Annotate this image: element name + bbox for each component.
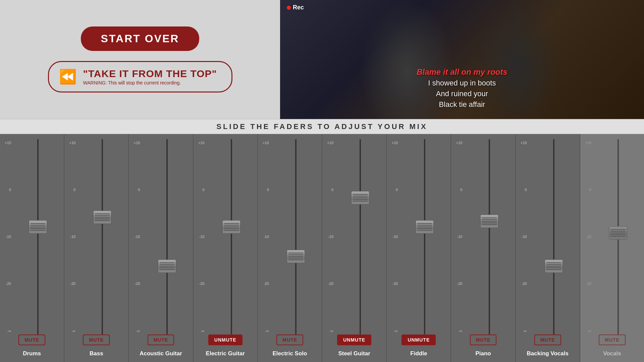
fader-line: [417, 223, 432, 224]
scale-label: -20: [328, 282, 333, 286]
fader-line: [31, 223, 46, 224]
fader-handle-7[interactable]: [480, 215, 498, 228]
take-it-warning-label: WARNING: This will stop the current reco…: [83, 80, 181, 85]
fader-line: [546, 262, 561, 263]
lyric-line-1: Blame it all on my roots: [417, 67, 507, 77]
fader-track-5: [360, 139, 361, 335]
fader-container-4: +100-10-20-∞: [260, 139, 320, 335]
scale-label: +10: [263, 141, 269, 145]
fader-container-9: +100-10-20-∞: [582, 139, 642, 335]
left-panel: START OVER ⏪ "TAKE IT FROM THE TOP" WARN…: [0, 0, 280, 119]
scale-label: -∞: [72, 329, 76, 333]
mute-button-6[interactable]: UNMUTE: [401, 335, 436, 345]
fader-track-4: [295, 139, 297, 335]
fader-scale-6: +100-10-20-∞: [388, 139, 398, 335]
fader-line: [95, 219, 110, 219]
scale-label: 0: [73, 188, 75, 192]
fader-line: [224, 230, 239, 231]
fader-line: [353, 197, 368, 198]
fader-line: [288, 259, 303, 260]
fader-handle-9[interactable]: [609, 226, 627, 240]
mute-button-9[interactable]: MUTE: [599, 335, 626, 345]
fader-line: [546, 264, 561, 265]
channel-strip-drums: +100-10-20-∞MUTEDrums: [0, 134, 64, 362]
take-it-main-label: "TAKE IT FROM THE TOP": [83, 68, 217, 79]
scale-label: 0: [9, 188, 11, 192]
fader-track-8: [553, 139, 554, 335]
fader-handle-8[interactable]: [544, 259, 563, 273]
fader-scale-4: +100-10-20-∞: [260, 139, 269, 335]
scale-label: -∞: [394, 329, 398, 333]
fader-line: [353, 196, 368, 196]
mute-button-7[interactable]: MUTE: [470, 335, 497, 345]
scale-label: +10: [392, 141, 398, 145]
fader-track-wrapper-6[interactable]: [400, 139, 449, 335]
fader-line: [288, 258, 303, 258]
mute-button-5[interactable]: UNMUTE: [337, 335, 371, 345]
fader-track-wrapper-7[interactable]: [465, 139, 513, 335]
take-it-text: "TAKE IT FROM THE TOP" WARNING: This wil…: [83, 68, 217, 85]
channel-name-0: Drums: [23, 350, 41, 357]
start-over-button[interactable]: START OVER: [81, 26, 200, 51]
fader-track-wrapper-5[interactable]: [336, 139, 384, 335]
fader-track-wrapper-1[interactable]: [78, 139, 126, 335]
fader-line: [288, 256, 303, 257]
video-panel: Rec Blame it all on my roots I showed up…: [280, 0, 644, 119]
fader-line: [610, 236, 626, 237]
scale-label: 0: [589, 188, 591, 192]
fader-line: [546, 269, 561, 270]
fader-line: [353, 201, 368, 201]
scale-label: -20: [457, 282, 463, 286]
fader-line: [159, 266, 174, 266]
fader-scale-3: +100-10-20-∞: [195, 139, 205, 335]
fader-container-0: +100-10-20-∞: [2, 139, 62, 335]
fader-handle-0[interactable]: [29, 220, 47, 234]
scale-label: -20: [586, 282, 591, 286]
fader-track-wrapper-8[interactable]: [530, 139, 578, 335]
fader-line: [95, 220, 110, 221]
fader-line: [31, 225, 46, 226]
fader-track-wrapper-2[interactable]: [143, 139, 191, 335]
fader-scale-9: +100-10-20-∞: [582, 139, 591, 335]
fader-track-wrapper-9[interactable]: [594, 139, 642, 335]
mixer-header-text: SLIDE THE FADERS TO ADJUST YOUR MIX: [216, 122, 427, 131]
fader-handle-1[interactable]: [93, 210, 112, 224]
fader-track-wrapper-4[interactable]: [272, 139, 320, 335]
scale-label: -20: [135, 282, 140, 286]
mute-button-1[interactable]: MUTE: [83, 335, 110, 345]
channel-name-9: Vocals: [603, 350, 621, 357]
fader-track-wrapper-0[interactable]: [14, 139, 62, 335]
scale-label: -10: [457, 235, 463, 239]
scale-label: +10: [585, 141, 591, 145]
scale-label: -10: [328, 235, 333, 239]
fader-handle-4[interactable]: [286, 250, 305, 263]
mute-button-2[interactable]: MUTE: [148, 335, 174, 345]
scale-label: -20: [6, 282, 11, 286]
mute-button-0[interactable]: MUTE: [18, 335, 45, 345]
fader-line: [159, 267, 174, 268]
mixer-header-bar: SLIDE THE FADERS TO ADJUST YOUR MIX: [0, 119, 644, 134]
scale-label: -∞: [587, 329, 591, 333]
fader-handle-6[interactable]: [416, 220, 434, 234]
scale-label: +10: [521, 141, 527, 145]
fader-line: [224, 223, 239, 224]
fader-handle-3[interactable]: [222, 220, 240, 234]
mute-button-3[interactable]: UNMUTE: [208, 335, 243, 345]
mute-button-8[interactable]: MUTE: [534, 335, 561, 345]
fader-track-0: [37, 139, 39, 335]
take-it-from-top-button[interactable]: ⏪ "TAKE IT FROM THE TOP" WARNING: This w…: [48, 61, 232, 93]
fader-container-7: +100-10-20-∞: [453, 139, 513, 335]
mute-button-4[interactable]: MUTE: [276, 335, 303, 345]
scale-label: +10: [456, 141, 463, 145]
fader-line: [31, 227, 46, 227]
fader-handle-5[interactable]: [351, 191, 370, 204]
channel-strip-steel-guitar: +100-10-20-∞UNMUTESteel Guitar: [322, 134, 387, 362]
fader-handle-2[interactable]: [158, 259, 176, 273]
scale-label: -20: [264, 282, 269, 286]
scale-label: 0: [460, 188, 462, 192]
fader-track-wrapper-3[interactable]: [207, 139, 256, 335]
channel-name-8: Backing Vocals: [527, 350, 569, 357]
fader-line: [417, 228, 432, 229]
scale-label: -20: [522, 282, 527, 286]
scale-label: +10: [327, 141, 333, 145]
